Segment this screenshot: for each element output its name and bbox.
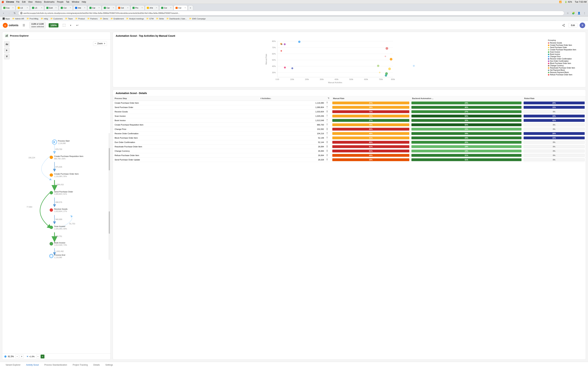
menu-bookmarks[interactable]: Bookmarks — [44, 1, 55, 3]
col-manual-rate[interactable]: Manual Rate — [331, 96, 410, 101]
step-plus-btn[interactable]: + — [41, 355, 44, 359]
undo-icon[interactable]: ↩ — [75, 23, 80, 28]
tab-close-4[interactable]: × — [55, 7, 57, 9]
chrome-tab-6[interactable]: Inte × — [73, 5, 87, 10]
table-row: Book Invoice 1,013,548 27% 32% 42% — [113, 118, 586, 123]
menu-help[interactable]: Help — [82, 1, 86, 3]
tab-close-5[interactable]: × — [70, 7, 71, 9]
menu-file[interactable]: File — [16, 1, 19, 3]
bookmark-demo[interactable]: 📁 Demo — [99, 17, 109, 20]
tab-favicon-7 — [89, 7, 92, 9]
chrome-tab-9[interactable]: Cel × — [116, 5, 130, 10]
col-robot[interactable]: Robot Rate — [523, 96, 586, 101]
tab-close-3[interactable]: × — [41, 7, 42, 9]
tab-close-1[interactable]: × — [12, 7, 13, 9]
bookmark-strike[interactable]: 📁 Strike — [155, 17, 165, 20]
tab-favicon-1 — [3, 7, 5, 9]
celonis-logo[interactable]: c celonis — [3, 23, 18, 28]
apple-menu[interactable]: 🍎 — [1, 1, 4, 3]
col-process-step[interactable]: Process Step — [113, 96, 259, 101]
menu-window[interactable]: Window — [72, 1, 79, 3]
tab-close-6[interactable]: × — [84, 7, 85, 9]
step-minus-btn[interactable]: − — [36, 355, 40, 359]
svg-point-2 — [564, 24, 564, 25]
user-avatar[interactable]: S — [579, 23, 585, 28]
col-backend[interactable]: Backend Automation ... — [410, 96, 523, 101]
tab-close-7[interactable]: × — [98, 7, 100, 9]
tab-details[interactable]: Details — [90, 362, 103, 367]
svg-rect-7 — [6, 35, 6, 37]
menu-history[interactable]: History — [35, 1, 42, 3]
zoom-plus-btn[interactable]: + — [20, 355, 24, 359]
bookmark-ems[interactable]: 📁 EMS Campaign — [188, 17, 207, 20]
bookmark-apps[interactable]: ⬛ Apps — [1, 17, 11, 20]
chrome-tab-3[interactable]: LS × — [30, 5, 44, 10]
tab-close-12[interactable]: × — [170, 7, 171, 9]
bookmark-customers[interactable]: 📁 Customers — [49, 17, 64, 20]
bookmark-admin-hr[interactable]: 📁 Admin-HR — [11, 17, 25, 20]
bookmark-icon[interactable]: ☆ — [566, 11, 570, 15]
bookmark-dashboards[interactable]: 📁 Dashboards | Sale... — [165, 17, 188, 20]
menu-edit[interactable]: Edit — [22, 1, 26, 3]
bookmark-product[interactable]: 📁 Product — [74, 17, 86, 20]
bookmark-analyst[interactable]: 📁 Analyst meetings — [125, 17, 145, 20]
chrome-tab-11[interactable]: A fe × — [145, 5, 159, 10]
profile-icon[interactable]: 👤 — [577, 11, 581, 15]
chrome-tab-10[interactable]: Pro × — [130, 5, 145, 10]
chrome-tab-2[interactable]: LS × — [16, 5, 30, 10]
zoom-minus-btn[interactable]: − — [15, 355, 19, 359]
tab-close-11[interactable]: × — [156, 7, 157, 9]
tab-project-tracking[interactable]: Project Tracking — [70, 362, 90, 367]
tab-close-active[interactable]: × — [185, 7, 186, 9]
edit-button[interactable]: Edit — [568, 23, 578, 27]
svg-point-95 — [291, 67, 293, 69]
chrome-tab-4[interactable]: ExA × — [44, 5, 59, 10]
tab-activity-scout[interactable]: Activity Scout — [23, 362, 42, 367]
forward-button[interactable]: › — [7, 11, 11, 15]
expand-icon[interactable]: ⛶ — [61, 23, 67, 28]
bar-chart-button[interactable] — [4, 41, 10, 47]
address-bar[interactable]: uwmfscxuupqv1sbcfvdm.try.celonis.cloud/p… — [18, 11, 564, 15]
chrome-tab-active[interactable]: Cor × — [173, 5, 188, 10]
col-activities[interactable]: # Activities — [259, 96, 326, 101]
chrome-tab-1[interactable]: Cus × — [1, 5, 15, 10]
zoom-out-button[interactable]: − — [95, 42, 96, 45]
refresh-button[interactable]: ↻ — [13, 11, 17, 15]
extensions-icon[interactable]: 🧩 — [571, 11, 575, 15]
chrome-tab-7[interactable]: Car × — [87, 5, 102, 10]
delta-control: +1.0% — [26, 355, 35, 358]
chrome-tab-8[interactable]: Car × — [102, 5, 116, 10]
share-button[interactable] — [561, 23, 566, 28]
legend-label-11: Reactivate Purchase Order Item — [550, 67, 575, 69]
cell-robot-4: 42% — [523, 118, 586, 123]
chrome-tab-5[interactable]: Cor × — [59, 5, 73, 10]
filter-button[interactable] — [4, 54, 10, 59]
bookmark-enablement[interactable]: 📁 Enablement — [110, 17, 125, 20]
hamburger-menu-button[interactable]: ☰ — [21, 23, 26, 28]
tab-close-10[interactable]: × — [142, 7, 143, 9]
chrome-tab-12[interactable]: Cor × — [159, 5, 173, 10]
details-table-wrapper[interactable]: Process Step # Activities Manual Rate Ba… — [113, 96, 586, 359]
chrome-menu-icon[interactable]: ⋮ — [582, 11, 587, 15]
tab-variant-explorer[interactable]: Variant Explorer — [3, 362, 23, 367]
menu-tab[interactable]: Tab — [66, 1, 69, 3]
bookmark-gtm[interactable]: 📁 GTM — [145, 17, 155, 20]
bookmark-mktg[interactable]: 📁 mktg — [40, 17, 49, 20]
tab-process-standardization[interactable]: Process Standardization — [42, 362, 70, 367]
menu-view[interactable]: View — [28, 1, 33, 3]
bookmark-prod-mktg[interactable]: 📁 Prod Mktg — [26, 17, 39, 20]
bookmark-team[interactable]: 📁 Team — [64, 17, 74, 20]
bookmark-partners[interactable]: 📁 Partners — [86, 17, 99, 20]
main-content: Process Explorer − Zoom + — [0, 30, 588, 362]
play-button[interactable] — [4, 48, 10, 53]
tab-settings[interactable]: Settings — [103, 362, 116, 367]
zoom-in-button[interactable]: + — [104, 42, 105, 45]
chrome-tab-new[interactable]: + — [188, 5, 193, 10]
col-sort[interactable] — [326, 96, 331, 101]
layout-icon[interactable]: ▼ — [68, 23, 73, 28]
tab-close-2[interactable]: × — [27, 7, 28, 9]
menu-people[interactable]: People — [57, 1, 63, 3]
tab-close-8[interactable]: × — [113, 7, 114, 9]
back-button[interactable]: ‹ — [1, 11, 6, 15]
tab-close-9[interactable]: × — [127, 7, 128, 9]
